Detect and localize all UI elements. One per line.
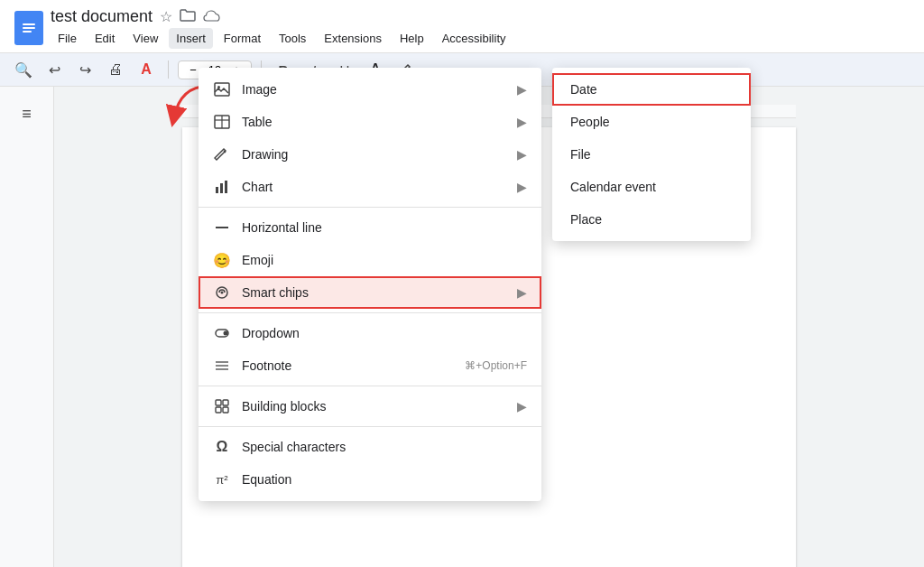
calendar-event-label: Calendar event: [570, 180, 733, 194]
separator-1: [199, 207, 541, 208]
menu-format[interactable]: Format: [217, 28, 268, 49]
menu-file[interactable]: File: [51, 28, 84, 49]
emoji-icon: 😊: [213, 251, 231, 269]
menu-row-equation[interactable]: π² Equation: [199, 463, 541, 496]
menu-help[interactable]: Help: [393, 28, 431, 49]
building-blocks-icon: [213, 397, 231, 415]
svg-rect-11: [225, 181, 227, 193]
cloud-icon[interactable]: [203, 9, 221, 25]
table-label: Table: [242, 115, 506, 129]
svg-rect-20: [216, 400, 221, 405]
menu-row-emoji[interactable]: 😊 Emoji: [199, 244, 541, 276]
smart-chips-icon: [213, 284, 231, 302]
svg-rect-21: [223, 400, 228, 405]
svg-rect-10: [220, 183, 223, 193]
print-button[interactable]: 🖨: [103, 57, 128, 82]
svg-point-16: [224, 331, 228, 336]
smart-chips-arrow: ▶: [517, 285, 527, 300]
sidebar: ≡: [0, 87, 54, 567]
menu-tools[interactable]: Tools: [272, 28, 313, 49]
drawing-label: Drawing: [242, 147, 506, 162]
menu-row-hline[interactable]: Horizontal line: [199, 211, 541, 244]
insert-menu: Image ▶ Table ▶ Drawing ▶ Chart ▶ Horizo…: [199, 68, 541, 501]
redo-button[interactable]: ↪: [72, 57, 97, 82]
google-docs-icon: [14, 11, 43, 45]
smart-chips-submenu: Date People File Calendar event Place: [552, 68, 751, 241]
menu-row-image[interactable]: Image ▶: [199, 73, 541, 106]
star-icon[interactable]: ☆: [160, 8, 172, 25]
submenu-people[interactable]: People: [552, 106, 751, 138]
doc-title-row: test document ☆: [51, 7, 910, 26]
menu-row-dropdown[interactable]: Dropdown: [199, 317, 541, 349]
image-icon: [213, 80, 231, 98]
list-view-button[interactable]: ≡: [11, 98, 43, 130]
toolbar-divider-1: [168, 60, 169, 79]
image-label: Image: [242, 82, 506, 97]
menu-row-table[interactable]: Table ▶: [199, 106, 541, 138]
smart-chips-label: Smart chips: [242, 285, 506, 300]
people-label: People: [570, 115, 733, 129]
table-icon: [213, 113, 231, 131]
footnote-label: Footnote: [242, 358, 454, 373]
image-arrow: ▶: [517, 82, 527, 97]
top-bar: test document ☆ File Edit View Insert Fo…: [0, 0, 924, 53]
chart-arrow: ▶: [517, 180, 527, 194]
chart-label: Chart: [242, 180, 506, 194]
equation-icon: π²: [213, 470, 231, 488]
menu-accessibility[interactable]: Accessibility: [435, 28, 513, 49]
svg-rect-2: [23, 27, 35, 29]
footnote-icon: [213, 357, 231, 375]
svg-point-14: [221, 292, 224, 294]
menu-row-chart[interactable]: Chart ▶: [199, 171, 541, 203]
footnote-shortcut: ⌘+Option+F: [465, 359, 527, 372]
special-chars-icon: Ω: [213, 438, 231, 456]
emoji-label: Emoji: [242, 253, 527, 267]
menu-row-special-chars[interactable]: Ω Special characters: [199, 431, 541, 463]
menu-extensions[interactable]: Extensions: [317, 28, 389, 49]
hline-icon: [213, 218, 231, 237]
menu-edit[interactable]: Edit: [88, 28, 122, 49]
svg-rect-3: [23, 31, 32, 33]
dropdown-icon: [213, 324, 231, 342]
menu-row-drawing[interactable]: Drawing ▶: [199, 138, 541, 171]
special-chars-label: Special characters: [242, 440, 527, 454]
menu-bar: File Edit View Insert Format Tools Exten…: [51, 28, 910, 49]
search-button[interactable]: 🔍: [11, 57, 36, 82]
chart-icon: [213, 178, 231, 196]
submenu-date[interactable]: Date: [552, 73, 751, 106]
svg-rect-9: [216, 187, 218, 193]
paint-format-button[interactable]: A: [134, 57, 159, 82]
svg-rect-23: [223, 407, 228, 413]
table-arrow: ▶: [517, 115, 527, 129]
building-blocks-arrow: ▶: [517, 399, 527, 414]
menu-row-footnote[interactable]: Footnote ⌘+Option+F: [199, 349, 541, 382]
hline-label: Horizontal line: [242, 220, 527, 235]
file-label: File: [570, 147, 733, 162]
folder-icon[interactable]: [180, 8, 196, 26]
submenu-place[interactable]: Place: [552, 203, 751, 236]
separator-4: [199, 426, 541, 427]
equation-label: Equation: [242, 472, 527, 487]
menu-view[interactable]: View: [125, 28, 165, 49]
menu-insert[interactable]: Insert: [169, 28, 213, 49]
submenu-file[interactable]: File: [552, 138, 751, 171]
menu-row-building-blocks[interactable]: Building blocks ▶: [199, 390, 541, 423]
drawing-arrow: ▶: [517, 147, 527, 162]
separator-3: [199, 386, 541, 386]
building-blocks-label: Building blocks: [242, 399, 506, 414]
undo-button[interactable]: ↩: [42, 57, 67, 82]
drawing-icon: [213, 145, 231, 163]
place-label: Place: [570, 212, 733, 227]
submenu-calendar-event[interactable]: Calendar event: [552, 171, 751, 203]
doc-title-area: test document ☆ File Edit View Insert Fo…: [51, 7, 910, 49]
doc-title: test document: [51, 7, 152, 26]
menu-row-smart-chips[interactable]: Smart chips ▶: [199, 276, 541, 309]
svg-rect-22: [216, 407, 221, 413]
svg-rect-1: [23, 23, 35, 25]
dropdown-label: Dropdown: [242, 326, 527, 340]
separator-2: [199, 312, 541, 313]
date-label: Date: [570, 82, 733, 97]
